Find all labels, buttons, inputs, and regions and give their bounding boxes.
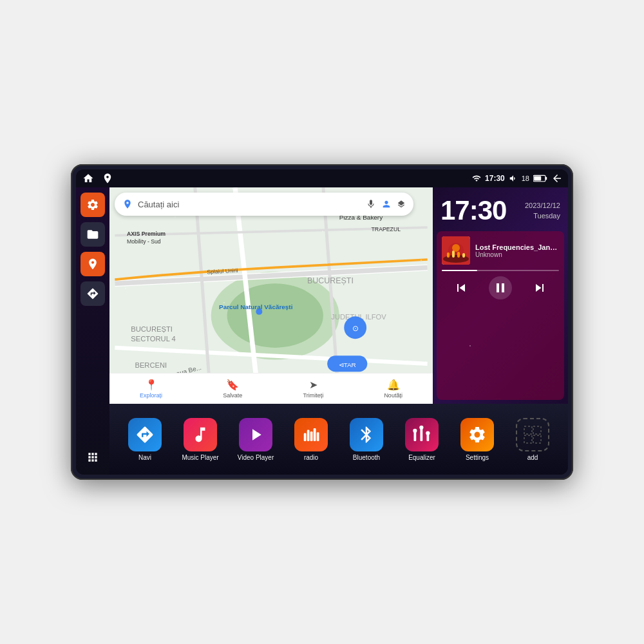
map-nav-news[interactable]: 🔔 Noutăți (384, 379, 402, 399)
app-equalizer[interactable]: Equalizer (402, 418, 441, 461)
svg-text:SECTORUL 4: SECTORUL 4 (131, 335, 176, 343)
svg-rect-38 (304, 433, 307, 441)
home-icon[interactable] (81, 171, 95, 185)
next-button[interactable] (528, 276, 551, 299)
map-visualization: Șoseaua Be... AXIS Premium Mobility - Su… (109, 187, 433, 404)
svg-rect-51 (524, 435, 532, 443)
map-panel[interactable]: Căutați aici (109, 187, 433, 404)
svg-rect-52 (533, 435, 541, 443)
music-section: Lost Frequencies_Janie... Unknown (437, 231, 564, 400)
device-screen: 17:30 18 (76, 169, 568, 475)
navi-label: Navi (138, 454, 151, 461)
progress-fill (442, 270, 477, 271)
map-search-bar[interactable]: Căutați aici (115, 193, 413, 216)
svg-rect-33 (447, 252, 450, 258)
equalizer-icon (405, 418, 439, 451)
account-icon[interactable] (381, 199, 392, 209)
svg-rect-43 (414, 431, 417, 441)
mic-icon[interactable] (366, 199, 376, 209)
map-bottom-bar: 📍 Explorați 🔖 Salvate ➤ Trimiteți (109, 373, 433, 404)
map-nav-saved[interactable]: 🔖 Salvate (223, 379, 242, 399)
add-label: add (527, 454, 538, 461)
sidebar-map-btn[interactable] (80, 252, 105, 276)
svg-text:AXIS Premium: AXIS Premium (127, 231, 166, 237)
radio-label: radio (304, 454, 318, 461)
svg-point-5 (227, 283, 323, 348)
music-artist: Unknown (475, 251, 559, 258)
center-area: Căutați aici (109, 187, 568, 475)
navi-icon (128, 418, 162, 451)
music-icon (184, 418, 217, 451)
app-add[interactable]: add (513, 418, 552, 461)
svg-text:Mobility - Sud: Mobility - Sud (127, 238, 161, 245)
svg-text:⊙: ⊙ (352, 324, 359, 333)
settings-label: Settings (466, 454, 489, 461)
top-panels: Căutați aici (109, 187, 568, 404)
svg-rect-35 (457, 252, 460, 258)
settings-icon (460, 418, 494, 451)
sidebar-navi-btn[interactable] (80, 281, 105, 306)
svg-point-46 (419, 425, 423, 429)
progress-bar[interactable] (442, 270, 559, 271)
equalizer-label: Equalizer (408, 454, 435, 461)
bluetooth-label: Bluetooth (353, 454, 380, 461)
status-bar: 17:30 18 (76, 169, 568, 187)
app-bluetooth[interactable]: Bluetooth (347, 418, 386, 461)
svg-rect-34 (452, 251, 455, 258)
album-art (442, 236, 470, 265)
status-right-icons: 17:30 18 (472, 173, 563, 184)
maps-icon[interactable] (100, 171, 115, 185)
pause-button[interactable] (489, 276, 512, 299)
svg-text:BUCUREȘTI: BUCUREȘTI (307, 276, 354, 285)
svg-point-37 (452, 244, 460, 252)
svg-rect-39 (307, 430, 310, 441)
clock-date-value: 2023/12/12 (525, 200, 560, 211)
music-info: Lost Frequencies_Janie... Unknown (442, 236, 559, 265)
app-settings[interactable]: Settings (458, 418, 497, 461)
map-nav-explore[interactable]: 📍 Explorați (140, 379, 162, 399)
back-icon[interactable] (551, 173, 563, 184)
video-label: Video Player (238, 454, 274, 461)
app-music[interactable]: Music Player (181, 418, 220, 461)
layers-icon[interactable] (397, 200, 406, 209)
google-maps-pin-icon (122, 199, 133, 209)
app-grid: Navi Music Player Video Player (109, 404, 568, 475)
sidebar (76, 187, 109, 475)
app-radio[interactable]: radio (292, 418, 330, 461)
svg-text:⊲TAR: ⊲TAR (339, 361, 356, 368)
svg-point-44 (413, 428, 417, 432)
status-time: 17:30 (485, 174, 505, 183)
svg-rect-50 (533, 426, 541, 434)
svg-rect-36 (462, 253, 465, 258)
sidebar-grid-btn[interactable] (80, 445, 105, 469)
map-nav-send[interactable]: ➤ Trimiteți (303, 379, 324, 399)
clock-section: 17:30 2023/12/12 Tuesday (433, 187, 568, 231)
prev-button[interactable] (450, 276, 473, 299)
add-icon (516, 418, 549, 451)
clock-day: Tuesday (525, 211, 560, 222)
svg-rect-40 (310, 431, 313, 441)
battery-icon (533, 175, 547, 182)
sidebar-folder-btn[interactable] (80, 222, 105, 247)
svg-point-48 (426, 431, 430, 435)
status-left-icons (81, 171, 115, 185)
app-video[interactable]: Video Player (236, 418, 275, 461)
signal-strength: 18 (522, 175, 529, 182)
main-content: Căutați aici (76, 187, 568, 475)
svg-rect-41 (314, 428, 316, 441)
wifi-icon (472, 174, 481, 183)
svg-text:Parcul Natural Văcărești: Parcul Natural Văcărești (219, 303, 293, 310)
svg-text:TRAPEZUL: TRAPEZUL (372, 226, 401, 232)
svg-rect-42 (317, 432, 319, 441)
clock-time: 17:30 (440, 195, 506, 226)
svg-text:BUCUREȘTI: BUCUREȘTI (131, 325, 173, 333)
music-text: Lost Frequencies_Janie... Unknown (475, 243, 559, 258)
svg-rect-45 (421, 428, 423, 441)
svg-rect-49 (524, 426, 532, 434)
music-controls (442, 276, 559, 299)
sidebar-settings-btn[interactable] (80, 193, 105, 217)
music-title: Lost Frequencies_Janie... (475, 243, 559, 251)
app-navi[interactable]: Navi (126, 418, 164, 461)
video-icon (239, 418, 272, 451)
svg-rect-2 (545, 177, 547, 180)
